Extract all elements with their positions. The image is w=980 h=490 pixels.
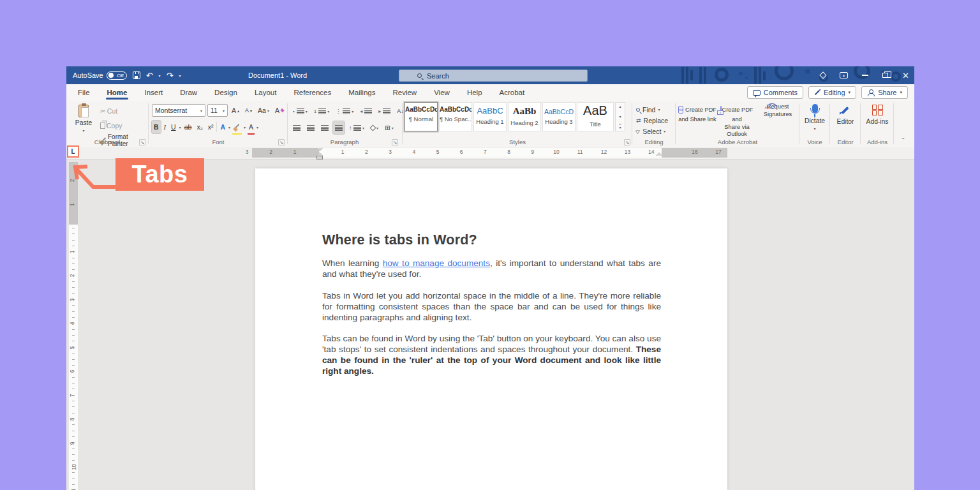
left-indent-marker[interactable]: [317, 156, 322, 159]
tab-design[interactable]: Design: [213, 86, 239, 99]
close-icon[interactable]: ✕: [902, 71, 909, 80]
tab-help[interactable]: Help: [466, 86, 484, 99]
autosave-switch[interactable]: Off: [107, 71, 127, 80]
paste-button[interactable]: Paste▾: [71, 103, 96, 133]
style-title[interactable]: AaB Title: [577, 102, 614, 131]
hyperlink-manage-documents[interactable]: how to manage documents: [383, 258, 490, 268]
autosave-toggle[interactable]: AutoSave Off: [73, 71, 127, 80]
tab-view[interactable]: View: [433, 86, 451, 99]
hanging-indent-marker[interactable]: [316, 152, 323, 156]
ruler-number: 4: [412, 149, 415, 155]
clear-formatting-button[interactable]: A: [273, 104, 286, 117]
undo-icon[interactable]: ↶: [146, 71, 153, 80]
increase-indent-button[interactable]: ▸: [376, 105, 392, 117]
ruler-number: 6: [460, 149, 463, 155]
line-spacing-button[interactable]: ↕▾: [347, 121, 366, 134]
shrink-font-button[interactable]: A▾: [243, 104, 254, 117]
qat-customize-icon[interactable]: ▾: [179, 73, 181, 78]
font-family-select[interactable]: Montserrat▾: [152, 104, 205, 117]
gem-icon[interactable]: [819, 71, 826, 78]
replace-button[interactable]: ⇄Replace: [636, 115, 668, 125]
font-dialog-launcher-icon[interactable]: ↘: [278, 139, 285, 145]
tab-insert[interactable]: Insert: [143, 86, 164, 99]
paragraph-2: Tabs in Word let you add horizontal spac…: [322, 290, 661, 323]
document-page[interactable]: Where is tabs in Word? When learning how…: [255, 168, 727, 490]
italic-button[interactable]: I: [162, 121, 168, 133]
tab-mailings[interactable]: Mailings: [347, 86, 376, 99]
font-color-button[interactable]: A: [247, 121, 255, 133]
restore-icon[interactable]: [882, 73, 888, 78]
vertical-ruler[interactable]: 211234567891011: [69, 162, 78, 490]
scroll-down-icon[interactable]: ▾: [619, 114, 621, 119]
share-button[interactable]: Share▾: [861, 86, 908, 99]
horizontal-ruler[interactable]: 32112345678910111213141617: [66, 147, 914, 160]
search-input[interactable]: Search: [399, 70, 588, 82]
styles-gallery-scroll[interactable]: ▴ ▾ ▾: [615, 102, 625, 131]
subscript-button[interactable]: x₂: [195, 121, 204, 133]
gallery-more-icon[interactable]: ▾: [619, 124, 621, 130]
justify-button[interactable]: [333, 121, 345, 134]
create-pdf-share-link-button[interactable]: ∞ Create PDF and Share link: [678, 103, 717, 124]
request-signatures-button[interactable]: ✕w Request Signatures: [758, 103, 798, 118]
scroll-up-icon[interactable]: ▴: [619, 104, 621, 108]
ruler-number: 5: [69, 346, 75, 349]
select-button[interactable]: ▷Select▾: [636, 126, 668, 136]
align-center-button[interactable]: [305, 121, 316, 134]
comments-button[interactable]: Comments: [747, 86, 803, 99]
find-button[interactable]: Find▾: [636, 105, 668, 114]
multilevel-icon: [343, 108, 350, 114]
undo-chevron-icon[interactable]: ▾: [159, 73, 161, 78]
create-pdf-outlook-button[interactable]: ∨ Create PDF and Share via Outlook: [717, 103, 757, 138]
tab-references[interactable]: References: [292, 86, 332, 99]
editing-mode-button[interactable]: Editing▾: [808, 86, 856, 99]
styles-dialog-launcher-icon[interactable]: ↘: [624, 139, 630, 145]
paragraph-dialog-launcher-icon[interactable]: ↘: [392, 139, 398, 145]
borders-button[interactable]: ⊞▾: [383, 121, 396, 134]
change-case-button[interactable]: Aa▾: [256, 104, 271, 117]
tab-stop-selector[interactable]: L: [67, 145, 79, 158]
editor-button[interactable]: Editor: [831, 103, 860, 125]
tab-draw[interactable]: Draw: [179, 86, 198, 99]
ruler-number: 10: [553, 149, 559, 155]
numbering-button[interactable]: 1▾: [312, 105, 331, 117]
style-heading2[interactable]: AaBb Heading 2: [508, 102, 541, 131]
superscript-button[interactable]: x²: [206, 121, 216, 133]
multilevel-list-button[interactable]: ⋮▾: [334, 105, 355, 117]
tab-acrobat[interactable]: Acrobat: [498, 86, 526, 99]
save-icon[interactable]: [133, 71, 140, 79]
ribbon-display-options-icon[interactable]: ▴: [840, 72, 848, 78]
clipboard-dialog-launcher-icon[interactable]: ↘: [139, 139, 145, 145]
font-size-select[interactable]: 11▾: [207, 104, 228, 117]
addins-button[interactable]: Add-ins: [861, 103, 893, 125]
align-left-button[interactable]: [291, 121, 302, 134]
right-indent-marker[interactable]: [656, 152, 662, 156]
highlight-button[interactable]: [232, 121, 242, 133]
tab-layout[interactable]: Layout: [253, 86, 278, 99]
redo-icon[interactable]: ↷: [167, 71, 174, 80]
grow-font-icon: A: [232, 107, 236, 114]
copy-button[interactable]: Copy: [98, 119, 148, 132]
search-placeholder: Search: [427, 72, 449, 80]
shading-button[interactable]: ▾: [369, 121, 380, 134]
tab-home[interactable]: Home: [106, 86, 129, 99]
tab-file[interactable]: File: [77, 86, 91, 99]
bold-button[interactable]: B: [152, 121, 161, 133]
minimize-icon[interactable]: [862, 75, 868, 75]
cut-button[interactable]: ✂Cut: [98, 105, 148, 117]
decrease-indent-button[interactable]: ◂: [358, 105, 374, 117]
underline-button[interactable]: U: [169, 121, 178, 133]
bullets-button[interactable]: •▾: [291, 105, 309, 117]
style-normal[interactable]: AaBbCcDc ¶ Normal: [405, 102, 438, 131]
style-no-spacing[interactable]: AaBbCcDc ¶ No Spac...: [439, 102, 472, 131]
grow-font-button[interactable]: A▴: [230, 104, 241, 117]
strikethrough-button[interactable]: ab: [182, 121, 194, 133]
style-heading1[interactable]: AaBbC Heading 1: [473, 102, 507, 131]
tab-review[interactable]: Review: [391, 86, 418, 99]
text-effects-button[interactable]: A: [218, 121, 227, 133]
collapse-ribbon-icon[interactable]: ⌃: [901, 137, 905, 143]
dictate-button[interactable]: Dictate ▾: [800, 103, 829, 131]
align-right-button[interactable]: [319, 121, 330, 134]
style-heading3[interactable]: AaBbCcD Heading 3: [542, 102, 575, 131]
first-line-indent-marker[interactable]: [316, 148, 323, 151]
underline-chevron-icon[interactable]: ▾: [179, 125, 181, 130]
